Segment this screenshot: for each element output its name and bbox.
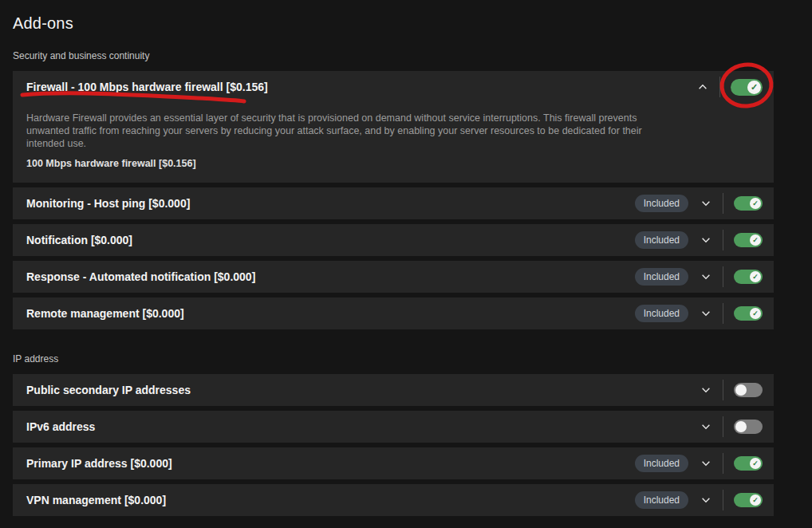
check-icon: ✓ <box>752 200 759 207</box>
included-badge: Included <box>635 268 688 286</box>
section-security: Security and business continuity Firewal… <box>13 50 799 329</box>
addon-title-firewall: Firewall - 100 Mbps hardware firewall [$… <box>26 81 693 93</box>
toggle-response[interactable]: ✓ <box>734 270 763 284</box>
toggle-firewall[interactable]: ✓ <box>731 79 763 96</box>
control-divider <box>723 416 723 437</box>
toggle-knob: ✓ <box>750 458 761 469</box>
control-divider <box>723 230 723 250</box>
addon-row-primary-ip[interactable]: Primary IP address [$0.000] Included ✓ <box>13 447 774 479</box>
chevron-down-icon[interactable] <box>696 231 715 250</box>
addon-row-vpn-management[interactable]: VPN management [$0.000] Included ✓ <box>13 484 774 516</box>
addon-row-remote-management[interactable]: Remote management [$0.000] Included ✓ <box>13 297 774 329</box>
check-icon: ✓ <box>752 274 759 281</box>
addon-title-response: Response - Automated notification [$0.00… <box>26 270 635 283</box>
control-divider <box>723 380 723 400</box>
section-label-security: Security and business continuity <box>13 50 799 61</box>
included-badge: Included <box>635 195 688 212</box>
check-icon: ✓ <box>752 497 759 504</box>
check-icon: ✓ <box>752 310 759 317</box>
addon-row-public-secondary-ip[interactable]: Public secondary IP addresses ✓ <box>13 374 774 406</box>
included-badge: Included <box>635 231 688 249</box>
control-divider <box>723 303 723 324</box>
toggle-knob: ✓ <box>750 495 761 506</box>
chevron-down-icon[interactable] <box>696 491 715 510</box>
addon-card-firewall: Firewall - 100 Mbps hardware firewall [$… <box>13 71 774 183</box>
control-divider <box>723 453 723 474</box>
addon-description-firewall: Hardware Firewall provides an essential … <box>26 112 669 150</box>
addons-page: Add-ons Security and business continuity… <box>0 0 812 516</box>
check-icon: ✓ <box>751 83 758 92</box>
chevron-down-icon[interactable] <box>696 380 715 400</box>
included-badge: Included <box>635 455 688 472</box>
toggle-knob: ✓ <box>750 271 761 282</box>
toggle-knob: ✓ <box>750 198 761 209</box>
toggle-monitoring[interactable]: ✓ <box>734 196 763 211</box>
addon-title-vpn-management: VPN management [$0.000] <box>26 494 635 506</box>
addon-row-notification[interactable]: Notification [$0.000] Included ✓ <box>13 224 774 256</box>
addon-title-public-secondary-ip: Public secondary IP addresses <box>26 384 696 396</box>
addon-title-remote-management: Remote management [$0.000] <box>26 307 635 320</box>
toggle-knob: ✓ <box>735 421 747 432</box>
check-icon: ✓ <box>752 460 759 467</box>
addon-row-firewall[interactable]: Firewall - 100 Mbps hardware firewall [$… <box>13 71 774 103</box>
section-label-ip-address: IP address <box>13 353 799 364</box>
toggle-knob: ✓ <box>735 384 747 396</box>
chevron-down-icon[interactable] <box>696 267 715 286</box>
toggle-primary-ip[interactable]: ✓ <box>734 456 763 471</box>
toggle-remote-management[interactable]: ✓ <box>734 306 763 321</box>
addon-title-primary-ip: Primary IP address [$0.000] <box>26 457 635 470</box>
chevron-down-icon[interactable] <box>696 194 715 213</box>
chevron-down-icon[interactable] <box>696 304 715 323</box>
chevron-down-icon[interactable] <box>696 454 715 473</box>
addon-row-ipv6[interactable]: IPv6 address ✓ <box>13 411 774 443</box>
control-divider <box>723 490 723 510</box>
section-ip-address: IP address Public secondary IP addresses… <box>13 353 799 516</box>
page-title: Add-ons <box>13 14 799 33</box>
check-icon: ✓ <box>752 237 759 244</box>
addon-title-monitoring: Monitoring - Host ping [$0.000] <box>26 197 635 210</box>
included-badge: Included <box>635 305 688 322</box>
toggle-public-secondary-ip[interactable]: ✓ <box>734 383 763 397</box>
toggle-notification[interactable]: ✓ <box>734 233 763 247</box>
chevron-up-icon[interactable] <box>693 77 712 97</box>
chevron-down-icon[interactable] <box>696 417 715 436</box>
toggle-ipv6[interactable]: ✓ <box>734 420 763 434</box>
toggle-knob: ✓ <box>750 234 761 246</box>
addon-title-ipv6: IPv6 address <box>26 420 696 433</box>
control-divider <box>723 193 723 214</box>
included-badge: Included <box>635 491 688 509</box>
addon-row-monitoring[interactable]: Monitoring - Host ping [$0.000] Included… <box>13 187 774 219</box>
toggle-knob: ✓ <box>747 81 761 94</box>
control-divider <box>723 266 723 287</box>
toggle-knob: ✓ <box>750 308 761 319</box>
toggle-vpn-management[interactable]: ✓ <box>734 493 763 507</box>
addon-title-notification: Notification [$0.000] <box>26 234 635 246</box>
addon-suboption-firewall: 100 Mbps hardware firewall [$0.156] <box>26 158 760 169</box>
addon-row-response[interactable]: Response - Automated notification [$0.00… <box>13 261 774 293</box>
control-divider <box>719 77 720 97</box>
